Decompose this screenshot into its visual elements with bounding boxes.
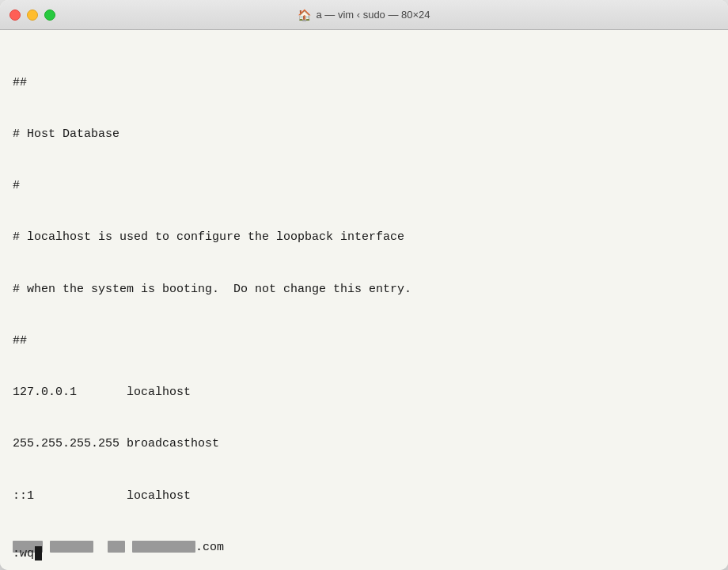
vim-editor-body: ## # Host Database # # localhost is used… xyxy=(13,40,715,570)
redact-ip-middle xyxy=(50,541,93,553)
close-button[interactable] xyxy=(9,10,21,21)
line-3: # xyxy=(13,177,715,195)
command-text: :wq xyxy=(13,547,34,560)
redact-domain xyxy=(132,541,195,553)
minimize-button[interactable] xyxy=(27,10,38,21)
cursor xyxy=(35,546,42,560)
maximize-button[interactable] xyxy=(44,10,55,21)
terminal-content[interactable]: ## # Host Database # # localhost is used… xyxy=(0,30,728,570)
titlebar-icon: 🏠 xyxy=(298,9,311,21)
line-8: 255.255.255.255 broadcasthost xyxy=(13,435,715,453)
titlebar: 🏠 a — vim ‹ sudo — 80×24 xyxy=(0,0,728,30)
terminal-window: 🏠 a — vim ‹ sudo — 80×24 ## # Host Datab… xyxy=(0,0,728,570)
line-9: ::1 localhost xyxy=(13,488,715,505)
line-1: ## xyxy=(13,74,715,92)
line-5: # when the system is booting. Do not cha… xyxy=(13,281,715,298)
line-6: ## xyxy=(13,332,715,350)
vim-command-line: :wq xyxy=(13,546,42,560)
line-10-redacted: .com xyxy=(13,539,715,557)
titlebar-text: a — vim ‹ sudo — 80×24 xyxy=(316,9,430,21)
window-title: 🏠 a — vim ‹ sudo — 80×24 xyxy=(298,9,430,21)
line-2: # Host Database xyxy=(13,126,715,143)
redact-col2 xyxy=(108,541,125,553)
line-4: # localhost is used to configure the loo… xyxy=(13,229,715,246)
traffic-lights xyxy=(9,10,55,21)
line-7: 127.0.0.1 localhost xyxy=(13,384,715,401)
